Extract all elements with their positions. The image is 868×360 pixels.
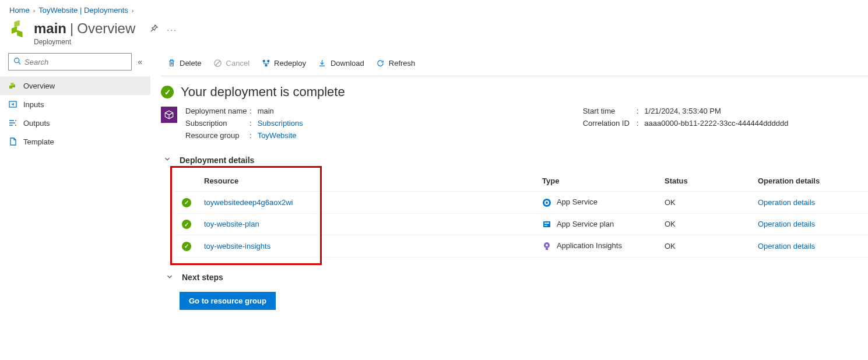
download-button[interactable]: Download: [318, 59, 364, 68]
label-resource-group: Resource group: [185, 131, 249, 140]
cancel-icon: [213, 59, 223, 68]
sidebar-item-outputs[interactable]: Outputs: [0, 114, 150, 132]
svg-point-22: [546, 244, 548, 246]
table-row: toy-website-insights Application Insight…: [175, 235, 868, 257]
success-icon: [182, 242, 191, 251]
svg-rect-18: [544, 223, 549, 224]
collapse-sidebar-icon[interactable]: «: [138, 57, 142, 66]
section-title: Deployment details: [180, 156, 254, 165]
operation-details-link[interactable]: Operation details: [758, 242, 815, 250]
value-deployment-name: main: [258, 107, 274, 115]
operation-details-link[interactable]: Operation details: [758, 198, 815, 207]
pin-icon[interactable]: [149, 24, 159, 35]
trash-icon: [167, 59, 176, 68]
label-start-time: Start time: [583, 107, 637, 115]
svg-point-3: [15, 58, 19, 63]
status-text: Your deployment is complete: [181, 84, 345, 100]
template-icon: [8, 137, 17, 146]
svg-point-16: [546, 202, 548, 204]
toolbar-label: Refresh: [389, 59, 416, 68]
toolbar: Delete Cancel Redeploy Download: [161, 51, 868, 76]
label-subscription: Subscription: [185, 119, 249, 128]
svg-rect-12: [267, 60, 269, 62]
toolbar-label: Delete: [180, 59, 202, 68]
chevron-right-icon: ›: [33, 7, 36, 14]
deployment-icon: [9, 20, 27, 40]
toolbar-label: Download: [331, 59, 364, 68]
breadcrumb-home[interactable]: Home: [9, 6, 30, 15]
svg-rect-11: [262, 60, 265, 62]
th-operation-details: Operation details: [752, 171, 868, 192]
app-insights-icon: [542, 242, 551, 251]
sidebar-item-overview[interactable]: Overview: [0, 76, 150, 95]
success-icon: [182, 198, 191, 207]
page-subtitle: Deployment: [34, 38, 135, 46]
resource-type: App Service: [557, 197, 598, 206]
svg-line-10: [216, 61, 220, 66]
label-deployment-name: Deployment name: [185, 107, 249, 115]
resource-type: App Service plan: [557, 220, 614, 228]
section-next-steps[interactable]: Next steps: [166, 273, 868, 283]
sidebar-item-label: Template: [23, 137, 54, 146]
operation-details-link[interactable]: Operation details: [758, 220, 815, 228]
value-correlation-id: aaaa0000-bb11-2222-33cc-444444dddddd: [644, 119, 788, 128]
resource-link[interactable]: toywebsitedeep4g6aox2wi: [204, 198, 293, 207]
redeploy-icon: [261, 59, 270, 68]
value-start-time: 1/21/2024, 3:53:40 PM: [644, 107, 721, 115]
download-icon: [318, 59, 327, 68]
th-resource: Resource: [198, 171, 536, 192]
page-title-sub: Overview: [77, 20, 135, 37]
resource-status: OK: [659, 235, 752, 257]
main-content: Delete Cancel Redeploy Download: [150, 51, 868, 333]
inputs-icon: [8, 100, 17, 109]
th-type: Type: [536, 171, 659, 192]
label-correlation-id: Correlation ID: [583, 119, 637, 128]
more-icon[interactable]: ···: [167, 25, 177, 34]
svg-line-4: [19, 62, 20, 64]
app-service-icon: [542, 198, 551, 207]
search-icon: [13, 57, 21, 66]
svg-rect-5: [9, 86, 12, 89]
sidebar-item-template[interactable]: Template: [0, 132, 150, 151]
sidebar-item-label: Inputs: [23, 100, 44, 109]
table-row: toywebsitedeep4g6aox2wi App Service OK O…: [175, 192, 868, 214]
toolbar-label: Redeploy: [274, 59, 306, 68]
breadcrumb: Home › ToyWebsite | Deployments ›: [0, 0, 868, 18]
redeploy-button[interactable]: Redeploy: [261, 59, 306, 68]
svg-rect-19: [544, 225, 547, 226]
svg-rect-7: [11, 83, 14, 86]
resource-status: OK: [659, 192, 752, 214]
link-resource-group[interactable]: ToyWebsite: [258, 131, 297, 140]
outputs-icon: [8, 118, 17, 128]
resource-link[interactable]: toy-website-plan: [204, 220, 259, 228]
package-icon: [161, 107, 177, 123]
sidebar-item-inputs[interactable]: Inputs: [0, 95, 150, 114]
search-box[interactable]: [8, 53, 132, 70]
table-header-row: Resource Type Status Operation details: [175, 171, 868, 192]
link-subscription[interactable]: Subscriptions: [258, 119, 303, 128]
svg-rect-21: [546, 248, 548, 250]
resource-status: OK: [659, 213, 752, 235]
refresh-button[interactable]: Refresh: [376, 59, 416, 68]
chevron-right-icon: ›: [132, 7, 134, 14]
page-title-sep: |: [70, 20, 73, 37]
chevron-down-icon: [166, 273, 174, 283]
svg-rect-17: [543, 221, 550, 227]
svg-rect-0: [12, 26, 17, 34]
section-deployment-details[interactable]: Deployment details: [163, 155, 868, 165]
cancel-button: Cancel: [213, 59, 249, 68]
section-title: Next steps: [182, 273, 223, 282]
deployment-details-table: Resource Type Status Operation details t…: [175, 171, 868, 257]
svg-rect-1: [17, 30, 22, 37]
resource-link[interactable]: toy-website-insights: [204, 242, 270, 250]
breadcrumb-deployments[interactable]: ToyWebsite | Deployments: [38, 6, 128, 15]
toolbar-label: Cancel: [226, 59, 249, 68]
app-service-plan-icon: [542, 220, 551, 229]
search-input[interactable]: [24, 58, 126, 66]
go-to-resource-group-button[interactable]: Go to resource group: [180, 292, 276, 310]
svg-rect-13: [265, 64, 267, 66]
success-icon: [161, 86, 174, 98]
delete-button[interactable]: Delete: [167, 59, 202, 68]
deployment-info: Deployment name : main Subscription : Su…: [161, 104, 868, 151]
table-row: toy-website-plan App Service plan OK Ope…: [175, 213, 868, 235]
